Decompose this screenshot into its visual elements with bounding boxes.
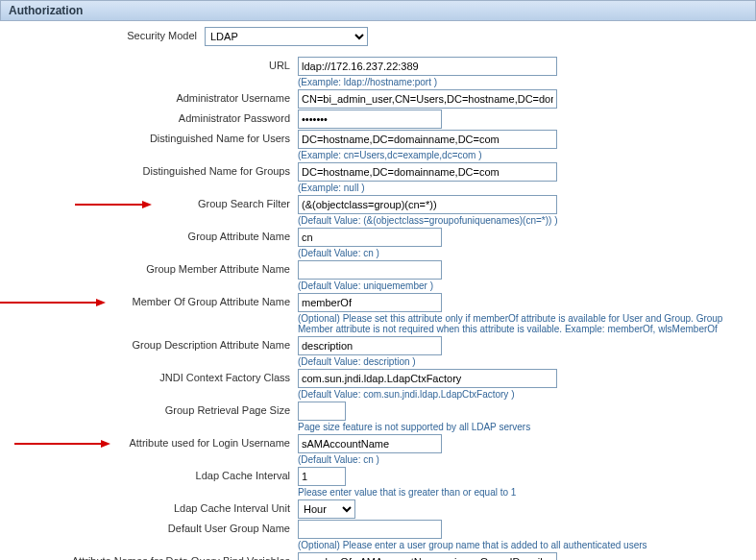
label-security-model: Security Model (0, 27, 205, 41)
label-default-user-group: Default User Group Name (0, 520, 298, 534)
hint-ldap-cache-interval: Please enter value that is greater than … (298, 487, 516, 498)
section-header: Authorization (0, 0, 756, 21)
label-admin-user: Administrator Username (0, 89, 298, 104)
ldap-cache-unit-select[interactable]: Hour (298, 499, 355, 519)
label-jndi-factory: JNDI Context Factory Class (0, 369, 298, 383)
arrow-icon (75, 199, 152, 210)
arrow-icon (14, 438, 110, 450)
dn-users-input[interactable] (298, 130, 557, 149)
hint-dn-groups: (Example: null ) (298, 183, 557, 193)
label-dn-users: Distinguished Name for Users (0, 130, 298, 144)
bind-vars-input[interactable] (298, 552, 557, 560)
label-group-attr-name: Group Attribute Name (0, 228, 298, 242)
admin-pass-input[interactable] (298, 110, 442, 129)
hint-dn-users: (Example: cn=Users,dc=example,dc=com ) (298, 150, 557, 160)
hint-login-username-attr: (Default Value: cn ) (298, 454, 442, 465)
dn-groups-input[interactable] (298, 162, 557, 182)
form-area: Security Model LDAP URL (Example: ldap:/… (0, 21, 756, 560)
svg-marker-5 (101, 440, 110, 448)
group-attr-name-input[interactable] (298, 228, 442, 247)
arrow-icon (0, 297, 106, 308)
group-desc-attr-input[interactable] (298, 336, 442, 355)
hint-url: (Example: ldap://hostname:port ) (298, 77, 557, 87)
login-username-attr-input[interactable] (298, 434, 442, 453)
hint-group-desc-attr: (Default Value: description ) (298, 356, 442, 367)
group-page-size-input[interactable] (298, 402, 346, 421)
hint-group-member-attr: (Default Value: uniquemember ) (298, 280, 442, 291)
default-user-group-input[interactable] (298, 520, 442, 539)
ldap-cache-interval-input[interactable] (298, 467, 346, 486)
svg-marker-3 (96, 299, 106, 306)
admin-user-input[interactable] (298, 89, 557, 109)
svg-marker-1 (142, 201, 152, 208)
hint-group-page-size: Page size feature is not supported by al… (298, 422, 530, 432)
label-bind-vars: Attribute Names for Data Query Bind Vari… (0, 552, 298, 560)
jndi-factory-input[interactable] (298, 369, 557, 388)
member-of-group-input[interactable] (298, 293, 442, 312)
hint-jndi-factory: (Default Value: com.sun.jndi.ldap.LdapCt… (298, 389, 557, 400)
group-member-attr-input[interactable] (298, 260, 442, 280)
hint-group-search-filter: (Default Value: (&(objectclass=groupofun… (298, 215, 558, 226)
label-ldap-cache-unit: Ldap Cache Interval Unit (0, 499, 298, 514)
label-admin-pass: Administrator Password (0, 110, 298, 124)
url-input[interactable] (298, 57, 557, 76)
section-title: Authorization (9, 4, 83, 17)
label-group-desc-attr: Group Description Attribute Name (0, 336, 298, 351)
group-search-filter-input[interactable] (298, 195, 557, 214)
hint-default-user-group: (Optional) Please enter a user group nam… (298, 540, 647, 550)
label-group-page-size: Group Retrieval Page Size (0, 402, 298, 416)
label-group-member-attr: Group Member Attribute Name (0, 260, 298, 275)
label-url: URL (0, 57, 298, 71)
security-model-select[interactable]: LDAP (205, 27, 368, 46)
hint-group-attr-name: (Default Value: cn ) (298, 248, 442, 258)
label-dn-groups: Distinguished Name for Groups (0, 162, 298, 177)
label-ldap-cache-interval: Ldap Cache Interval (0, 467, 298, 481)
hint-member-of-group: (Optional) Please set this attribute onl… (298, 313, 740, 334)
